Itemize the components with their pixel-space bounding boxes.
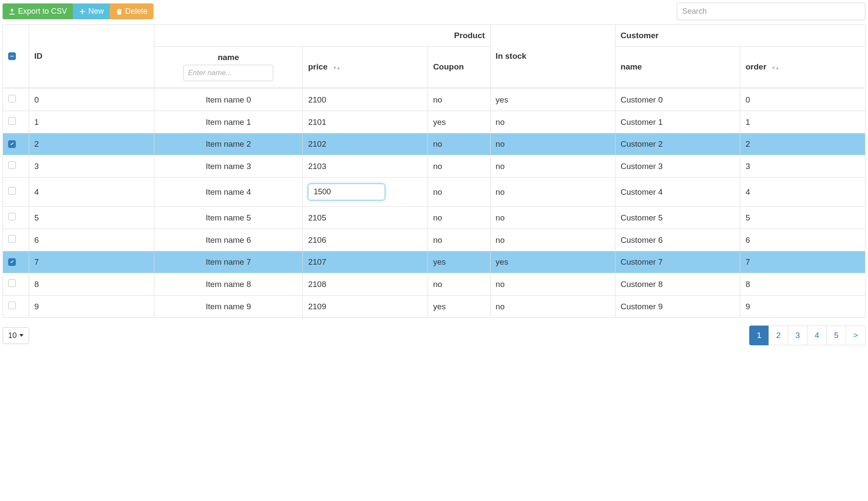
row-checkbox[interactable] [8, 258, 16, 266]
row-checkbox[interactable] [8, 140, 16, 148]
cell-coupon[interactable]: no [428, 178, 490, 207]
header-price[interactable]: price ▼▲ [303, 47, 428, 88]
cell-order[interactable]: 2 [740, 133, 865, 155]
page-button[interactable]: 1 [749, 326, 769, 345]
header-in-stock[interactable]: In stock [490, 25, 615, 88]
cell-coupon[interactable]: yes [428, 111, 490, 133]
search-input[interactable] [677, 3, 865, 20]
cell-id[interactable]: 7 [29, 251, 154, 273]
row-checkbox[interactable] [8, 213, 16, 220]
cell-price[interactable]: 2106 [303, 229, 428, 251]
cell-customer[interactable]: Customer 5 [615, 207, 740, 229]
cell-customer[interactable]: Customer 6 [615, 229, 740, 251]
page-button[interactable]: 5 [826, 326, 846, 345]
cell-customer[interactable]: Customer 7 [615, 251, 740, 273]
cell-name[interactable]: Item name 6 [154, 229, 303, 251]
cell-coupon[interactable]: no [428, 273, 490, 296]
cell-id[interactable]: 0 [29, 88, 154, 111]
cell-customer[interactable]: Customer 3 [615, 155, 740, 178]
cell-id[interactable]: 6 [29, 229, 154, 251]
cell-price[interactable]: 2105 [303, 207, 428, 229]
row-checkbox[interactable] [8, 187, 16, 195]
cell-id[interactable]: 1 [29, 111, 154, 133]
cell-customer[interactable]: Customer 9 [615, 296, 740, 318]
cell-order[interactable]: 8 [740, 273, 865, 296]
cell-in-stock[interactable]: no [490, 178, 615, 207]
cell-price[interactable]: 2102 [303, 133, 428, 155]
row-checkbox[interactable] [8, 117, 16, 125]
cell-order[interactable]: 7 [740, 251, 865, 273]
cell-in-stock[interactable]: yes [490, 88, 615, 111]
cell-name[interactable]: Item name 8 [154, 273, 303, 296]
cell-name[interactable]: Item name 4 [154, 178, 303, 207]
page-button[interactable]: 4 [807, 326, 827, 345]
cell-in-stock[interactable]: no [490, 296, 615, 318]
cell-order[interactable]: 1 [740, 111, 865, 133]
cell-price[interactable] [303, 178, 428, 207]
name-filter-input[interactable] [183, 65, 273, 81]
cell-order[interactable]: 5 [740, 207, 865, 229]
cell-id[interactable]: 8 [29, 273, 154, 296]
cell-coupon[interactable]: yes [428, 296, 490, 318]
page-button[interactable]: 3 [788, 326, 808, 345]
cell-name[interactable]: Item name 7 [154, 251, 303, 273]
cell-coupon[interactable]: yes [428, 251, 490, 273]
header-coupon[interactable]: Coupon [428, 47, 490, 88]
header-order[interactable]: order ▼▲ [740, 47, 865, 88]
cell-id[interactable]: 2 [29, 133, 154, 155]
cell-price[interactable]: 2103 [303, 155, 428, 178]
cell-customer[interactable]: Customer 1 [615, 111, 740, 133]
select-all-checkbox[interactable] [8, 52, 16, 60]
cell-in-stock[interactable]: no [490, 229, 615, 251]
cell-in-stock[interactable]: no [490, 273, 615, 296]
row-checkbox[interactable] [8, 161, 16, 169]
cell-customer[interactable]: Customer 8 [615, 273, 740, 296]
header-id[interactable]: ID [29, 25, 154, 88]
cell-name[interactable]: Item name 9 [154, 296, 303, 318]
row-checkbox[interactable] [8, 95, 16, 103]
cell-name[interactable]: Item name 2 [154, 133, 303, 155]
export-csv-button[interactable]: Export to CSV [3, 3, 73, 19]
delete-button[interactable]: Delete [110, 3, 154, 19]
cell-customer[interactable]: Customer 2 [615, 133, 740, 155]
cell-name[interactable]: Item name 3 [154, 155, 303, 178]
cell-order[interactable]: 3 [740, 155, 865, 178]
cell-customer[interactable]: Customer 0 [615, 88, 740, 111]
cell-in-stock[interactable]: no [490, 155, 615, 178]
row-checkbox[interactable] [8, 302, 16, 309]
new-button[interactable]: New [73, 3, 110, 19]
cell-order[interactable]: 6 [740, 229, 865, 251]
cell-in-stock[interactable]: yes [490, 251, 615, 273]
row-checkbox[interactable] [8, 279, 16, 287]
cell-name[interactable]: Item name 5 [154, 207, 303, 229]
cell-name[interactable]: Item name 0 [154, 88, 303, 111]
cell-coupon[interactable]: no [428, 88, 490, 111]
cell-id[interactable]: 4 [29, 178, 154, 207]
header-name[interactable]: name [154, 47, 303, 88]
price-edit-input[interactable] [308, 184, 385, 200]
page-next-button[interactable]: > [846, 326, 865, 345]
cell-price[interactable]: 2101 [303, 111, 428, 133]
cell-order[interactable]: 0 [740, 88, 865, 111]
cell-in-stock[interactable]: no [490, 111, 615, 133]
cell-id[interactable]: 5 [29, 207, 154, 229]
cell-in-stock[interactable]: no [490, 207, 615, 229]
cell-price[interactable]: 2108 [303, 273, 428, 296]
cell-order[interactable]: 9 [740, 296, 865, 318]
cell-name[interactable]: Item name 1 [154, 111, 303, 133]
cell-id[interactable]: 9 [29, 296, 154, 318]
cell-price[interactable]: 2100 [303, 88, 428, 111]
cell-coupon[interactable]: no [428, 155, 490, 178]
cell-order[interactable]: 4 [740, 178, 865, 207]
page-size-select[interactable]: 10 [3, 327, 29, 344]
cell-price[interactable]: 2109 [303, 296, 428, 318]
cell-customer[interactable]: Customer 4 [615, 178, 740, 207]
cell-id[interactable]: 3 [29, 155, 154, 178]
header-customer-name[interactable]: name [615, 47, 740, 88]
cell-coupon[interactable]: no [428, 229, 490, 251]
cell-coupon[interactable]: no [428, 133, 490, 155]
cell-in-stock[interactable]: no [490, 133, 615, 155]
page-button[interactable]: 2 [769, 326, 788, 345]
cell-coupon[interactable]: no [428, 207, 490, 229]
cell-price[interactable]: 2107 [303, 251, 428, 273]
